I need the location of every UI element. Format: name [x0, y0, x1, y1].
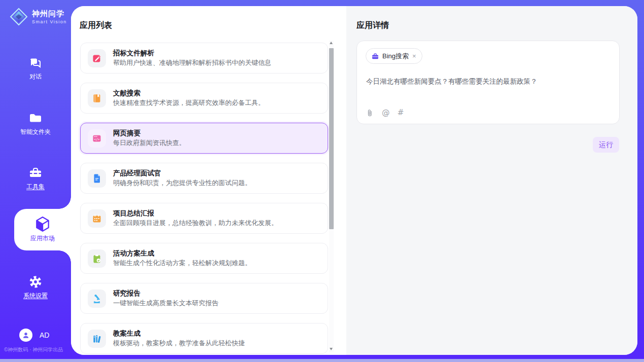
app-card-web-summary[interactable]: </> 网页摘要 每日政府新闻资讯快查。 [80, 123, 328, 154]
app-title: 项目总结汇报 [113, 209, 278, 218]
prompt-composer[interactable]: Bing搜索 × 今日湖北有哪些新闻要点？有哪些需要关注的最新政策？ @ # [356, 41, 620, 124]
prompt-input[interactable]: 今日湖北有哪些新闻要点？有哪些需要关注的最新政策？ [366, 77, 610, 86]
scrollbar[interactable] [329, 41, 334, 352]
brand-name: 神州问学 [32, 9, 67, 19]
cube-icon [34, 215, 51, 233]
app-card-project-summary[interactable]: 项目总结汇报 全面回顾项目进展，总结经验教训，助力未来优化发展。 [80, 203, 328, 234]
sidebar-item-chat[interactable]: 对话 [0, 56, 71, 81]
app-list-title: 应用列表 [80, 20, 112, 31]
topic-button[interactable]: # [398, 108, 404, 117]
brand-diamond-icon [9, 7, 28, 26]
avatar [19, 329, 32, 342]
brand-logo: 神州问学 Smart Vision [9, 7, 67, 26]
app-desc: 一键智能生成高质量长文本研究报告 [113, 299, 219, 308]
app-desc: 明确身份和职责，为您提供专业性的面试问题。 [113, 178, 252, 188]
app-title: 产品经理面试官 [113, 169, 252, 177]
copyright-text: ©神州数码 · 神州问学出品 [4, 346, 63, 353]
app-desc: 每日政府新闻资讯快查。 [113, 138, 186, 148]
chat-icon [28, 56, 43, 70]
app-title: 网页摘要 [113, 129, 186, 137]
briefcase-icon [372, 53, 379, 60]
user-account[interactable]: AD [19, 329, 49, 342]
calendar-icon [92, 213, 102, 224]
book-icon [92, 93, 102, 103]
tool-tag-bing-search[interactable]: Bing搜索 × [366, 48, 422, 64]
app-list-panel: 应用列表 招标文件解析 帮助用户快速、准确地理解和解析招标书中的关键信息 [71, 6, 346, 355]
app-detail-panel: 应用详情 Bing搜索 × 今日湖北有哪些新闻要点？有哪些需要关注的最新政策？ [346, 6, 637, 355]
attach-file-button[interactable] [366, 108, 374, 117]
app-card-pm-interviewer[interactable]: 产品经理面试官 明确身份和职责，为您提供专业性的面试问题。 [80, 163, 328, 194]
paperclip-icon [366, 108, 374, 117]
app-title: 研究报告 [113, 289, 219, 298]
books-icon [92, 334, 102, 344]
scrollbar-up-arrow[interactable] [330, 42, 333, 44]
app-card-literature-search[interactable]: 文献搜索 快速精准查找学术资源，提高研究效率的必备工具。 [80, 83, 328, 114]
svg-text:</>: </> [94, 137, 99, 141]
app-card-research-report[interactable]: 研究报告 一键智能生成高质量长文本研究报告 [80, 283, 328, 314]
user-initials: AD [40, 331, 49, 339]
sidebar-item-label: 工具集 [0, 183, 71, 191]
microscope-icon [92, 294, 102, 304]
app-card-event-plan[interactable]: 活动方案生成 智能生成个性化活动方案，轻松解决规划难题。 [80, 243, 328, 274]
toolbox-icon [28, 166, 43, 180]
app-card-bid-analysis[interactable]: 招标文件解析 帮助用户快速、准确地理解和解析招标书中的关键信息 [80, 43, 328, 74]
tag-close-icon[interactable]: × [412, 53, 416, 59]
scrollbar-down-arrow[interactable] [330, 348, 333, 350]
app-detail-title: 应用详情 [356, 20, 389, 31]
app-desc: 帮助用户快速、准确地理解和解析招标书中的关键信息 [113, 58, 271, 67]
bubble-curve-top [59, 197, 71, 209]
sidebar: 神州问学 Smart Vision 对话 智能文件夹 工具集 [0, 0, 71, 362]
person-icon [21, 331, 30, 340]
browser-code-icon: </> [92, 133, 102, 143]
app-title: 招标文件解析 [113, 49, 271, 57]
app-desc: 模板驱动，教案秒成，教学准备从此轻松快捷 [113, 339, 245, 348]
scrollbar-thumb[interactable] [329, 48, 334, 229]
folder-icon [28, 111, 43, 125]
app-title: 文献搜索 [113, 89, 265, 97]
sidebar-item-label: 应用市场 [14, 234, 71, 243]
brand-subtitle: Smart Vision [32, 19, 67, 24]
sidebar-item-settings[interactable]: 系统设置 [0, 275, 71, 300]
main-content: 应用列表 招标文件解析 帮助用户快速、准确地理解和解析招标书中的关键信息 [71, 6, 637, 355]
edit-document-icon [92, 53, 102, 63]
app-desc: 快速精准查找学术资源，提高研究效率的必备工具。 [113, 98, 265, 107]
sidebar-item-toolbox[interactable]: 工具集 [0, 166, 71, 191]
app-card-lesson-plan[interactable]: 教案生成 模板驱动，教案秒成，教学准备从此轻松快捷 [80, 323, 328, 354]
bubble-curve-bottom [59, 250, 71, 263]
sidebar-item-label: 对话 [0, 73, 71, 81]
gear-icon [28, 275, 43, 289]
sidebar-item-smart-folder[interactable]: 智能文件夹 [0, 111, 71, 136]
tag-label: Bing搜索 [382, 52, 409, 61]
app-desc: 智能生成个性化活动方案，轻松解决规划难题。 [113, 259, 252, 268]
clipboard-check-icon [92, 254, 102, 264]
sidebar-item-app-market[interactable]: 应用市场 [14, 209, 71, 250]
bottom-edge-strip [0, 359, 644, 362]
run-button[interactable]: 运行 [593, 137, 619, 153]
sidebar-item-label: 系统设置 [0, 292, 71, 300]
mention-button[interactable]: @ [382, 108, 390, 117]
app-title: 教案生成 [113, 329, 245, 338]
document-icon [92, 173, 102, 184]
sidebar-item-label: 智能文件夹 [0, 128, 71, 136]
app-desc: 全面回顾项目进展，总结经验教训，助力未来优化发展。 [113, 219, 278, 228]
app-title: 活动方案生成 [113, 249, 252, 258]
